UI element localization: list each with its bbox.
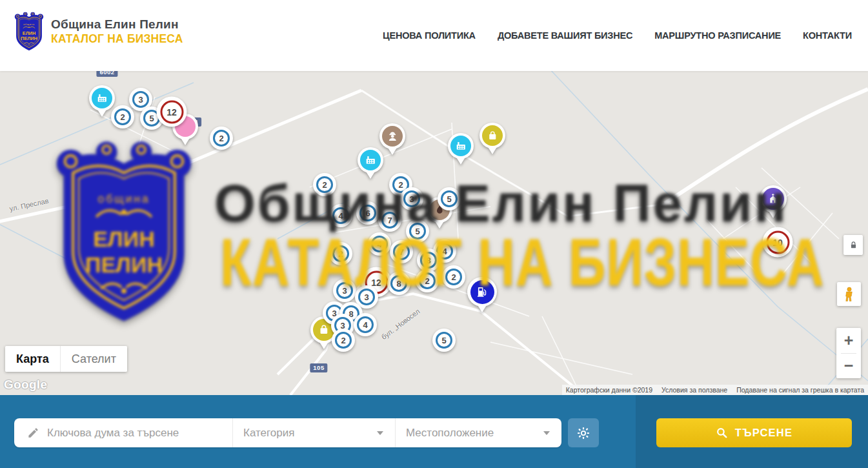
cluster-count: 2 (213, 130, 230, 147)
category-dropdown[interactable]: Категория (233, 418, 395, 447)
cluster-count: 2 (335, 332, 352, 349)
location-dropdown-label: Местоположение (406, 427, 494, 440)
lock-icon (848, 239, 859, 250)
municipality-logo: община ЕЛИН ПЕЛИН (14, 11, 44, 52)
pegman-control[interactable] (837, 282, 861, 306)
keyword-section (14, 418, 232, 447)
gear-icon (576, 426, 590, 440)
cluster-count: 12 (160, 100, 183, 123)
road-badge: 105 (310, 363, 327, 372)
page: община ЕЛИН ПЕЛИН Община Елин Пелин КАТА… (0, 0, 868, 468)
factory-icon (455, 140, 467, 152)
watermark-subtitle: КАТАЛОГ НА БИЗНЕСА (220, 225, 825, 301)
pin-tail (456, 156, 466, 165)
map-pin-factory[interactable] (358, 147, 383, 173)
report-error-link[interactable]: Подаване на сигнал за грешка в картата (736, 386, 864, 394)
factory-icon (96, 92, 108, 105)
map-attribution: Картографски данни ©2019Условия за ползв… (562, 385, 868, 395)
search-button[interactable]: ТЪРСЕНЕ (656, 418, 852, 447)
pencil-icon (27, 427, 39, 439)
svg-text:ЕЛИН: ЕЛИН (23, 30, 35, 36)
factory-icon (365, 154, 377, 167)
cluster-count: 4 (357, 316, 374, 333)
map-cluster[interactable]: 2 (332, 329, 355, 352)
cluster-count: 2 (114, 108, 131, 125)
shopping-bag-icon (318, 323, 330, 336)
category-dropdown-label: Категория (243, 427, 294, 440)
map-cluster[interactable]: 4 (354, 313, 377, 336)
advanced-options-button[interactable] (568, 418, 599, 447)
map-cluster[interactable]: 12 (157, 97, 187, 127)
nav-item-3[interactable]: МАРШРУТНО РАЗПИСАНИЕ (654, 30, 781, 41)
map-type-map-button[interactable]: Карта (5, 346, 60, 372)
cluster-count: 5 (436, 332, 452, 349)
svg-text:община: община (23, 23, 35, 26)
svg-text:ЕЛИН: ЕЛИН (93, 227, 155, 252)
chevron-down-icon (543, 431, 550, 435)
map-pin-worker[interactable] (379, 123, 405, 149)
main-nav: ЦЕНОВА ПОЛИТИКАДОБАВЕТЕ ВАШИЯТ БИЗНЕСМАР… (383, 0, 852, 71)
pin-tail (387, 147, 398, 155)
map-pin-factory[interactable] (448, 133, 474, 159)
zoom-out-button[interactable]: − (836, 353, 861, 378)
lock-button[interactable] (843, 235, 863, 255)
worker-icon (387, 130, 399, 143)
map-type-satellite-button[interactable]: Сателит (60, 346, 127, 372)
search-button-label: ТЪРСЕНЕ (735, 427, 792, 439)
map-cluster[interactable]: 5 (432, 329, 456, 352)
search-bar: Категория Местоположение (0, 395, 868, 468)
svg-text:община: община (98, 192, 150, 205)
chevron-down-icon (377, 431, 383, 435)
map-pin-shopping-bag[interactable] (479, 123, 505, 148)
brand[interactable]: община ЕЛИН ПЕЛИН Община Елин Пелин КАТА… (14, 11, 183, 52)
road-badge: 6002 (96, 71, 117, 77)
pin-tail (97, 108, 107, 117)
zoom-control: + − (836, 328, 861, 378)
zoom-in-button[interactable]: + (836, 328, 861, 353)
brand-title: Община Елин Пелин (51, 17, 183, 32)
nav-item-2[interactable]: ДОБАВЕТЕ ВАШИЯТ БИЗНЕС (498, 30, 632, 41)
pin-tail (319, 341, 329, 349)
magnifier-icon (716, 427, 728, 439)
location-dropdown[interactable]: Местоположение (396, 418, 561, 447)
pin-tail (487, 146, 498, 154)
map-cluster[interactable]: 2 (111, 105, 134, 128)
nav-item-1[interactable]: ЦЕНОВА ПОЛИТИКА (383, 30, 476, 41)
svg-text:ПЕЛИН: ПЕЛИН (21, 36, 37, 41)
map-cluster[interactable]: 2 (210, 127, 233, 150)
keyword-search-input[interactable] (47, 418, 232, 447)
brand-subtitle: КАТАЛОГ НА БИЗНЕСА (51, 32, 183, 46)
map-type-control: Карта Сателит (5, 346, 127, 372)
terms-link[interactable]: Условия за ползване (661, 386, 727, 394)
watermark-emblem: община ЕЛИН ПЕЛИН (54, 138, 194, 328)
shopping-bag-icon (487, 130, 499, 142)
nav-item-4[interactable]: КОНТАКТИ (803, 30, 852, 41)
map-pin-factory[interactable] (89, 85, 115, 111)
search-group: Категория Местоположение (14, 418, 561, 447)
svg-text:ПЕЛИН: ПЕЛИН (85, 252, 163, 277)
cluster-count: 3 (132, 91, 149, 108)
pegman-icon (841, 286, 858, 303)
map-canvas[interactable]: ул. Преславбул. „Новосел 60023105 (0, 71, 868, 395)
google-logo[interactable]: Google (4, 378, 47, 392)
header: община ЕЛИН ПЕЛИН Община Елин Пелин КАТА… (0, 0, 868, 71)
pin-tail (477, 304, 487, 312)
map-data-copyright: Картографски данни ©2019 (566, 386, 652, 394)
